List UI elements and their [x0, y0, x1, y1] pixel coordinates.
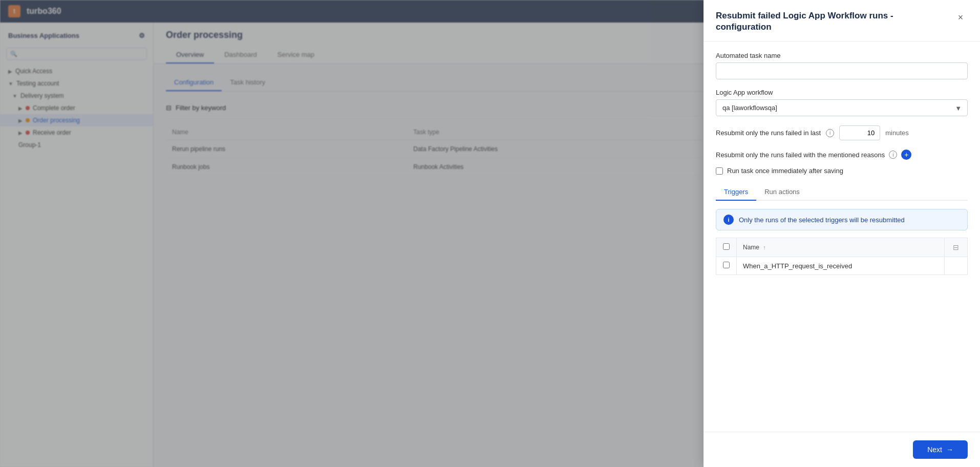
- modal-close-button[interactable]: ×: [953, 10, 968, 25]
- resubmit-failed-input[interactable]: [839, 125, 880, 140]
- logic-app-workflow-select[interactable]: qa [laworkflowsqa]: [716, 99, 968, 116]
- col-select-all: [716, 238, 737, 257]
- run-task-checkbox[interactable]: [716, 167, 723, 175]
- next-button[interactable]: Next →: [913, 440, 968, 459]
- info-banner: i Only the runs of the selected triggers…: [716, 209, 968, 230]
- automated-task-name-input[interactable]: [716, 62, 968, 79]
- resubmit-reasons-label: Resubmit only the runs failed with the m…: [716, 151, 885, 159]
- trigger-name-cell: When_a_HTTP_request_is_received: [737, 257, 945, 275]
- logic-app-workflow-group: Logic App workflow qa [laworkflowsqa] ▼: [716, 89, 968, 116]
- modal-title: Resubmit failed Logic App Workflow runs …: [716, 10, 953, 33]
- resubmit-runs-group: Resubmit only the runs failed in last i …: [716, 125, 968, 140]
- info-circle-icon: i: [723, 215, 734, 225]
- run-task-label[interactable]: Run task once immediately after saving: [727, 167, 843, 175]
- trigger-row-checkbox[interactable]: [723, 262, 730, 268]
- table-row: When_a_HTTP_request_is_received: [716, 257, 968, 275]
- resubmit-failed-label: Resubmit only the runs failed in last: [716, 129, 821, 137]
- modal-header: Resubmit failed Logic App Workflow runs …: [704, 0, 980, 41]
- resubmit-failed-unit: minutes: [885, 129, 909, 137]
- modal-tabs: Triggers Run actions: [716, 184, 968, 201]
- modal-footer: Next →: [704, 432, 980, 467]
- next-arrow-icon: →: [946, 445, 953, 454]
- info-icon: i: [826, 129, 834, 137]
- automated-task-name-group: Automated task name: [716, 52, 968, 79]
- tab-run-actions[interactable]: Run actions: [756, 184, 808, 201]
- reasons-info-icon: i: [889, 151, 897, 159]
- logic-app-select-wrapper: qa [laworkflowsqa] ▼: [716, 99, 968, 116]
- triggers-table: Name ↑ ⊟ When_a_HTTP_request_is_received: [716, 238, 968, 275]
- info-banner-text: Only the runs of the selected triggers w…: [739, 216, 905, 224]
- trigger-checkbox-cell: [716, 257, 737, 275]
- automated-task-name-label: Automated task name: [716, 52, 968, 59]
- modal-body: Automated task name Logic App workflow q…: [704, 41, 980, 432]
- modal-panel: Resubmit failed Logic App Workflow runs …: [704, 0, 980, 467]
- logic-app-workflow-label: Logic App workflow: [716, 89, 968, 96]
- col-trigger-name: Name ↑: [737, 238, 945, 257]
- select-all-checkbox[interactable]: [723, 243, 730, 250]
- sort-asc-icon: ↑: [763, 244, 766, 250]
- add-reason-button[interactable]: +: [901, 150, 911, 160]
- trigger-filter-button[interactable]: ⊟: [951, 242, 961, 252]
- tab-triggers[interactable]: Triggers: [716, 184, 756, 201]
- trigger-empty-cell: [945, 257, 968, 275]
- trigger-name-header-text: Name: [743, 244, 759, 251]
- resubmit-reasons-row: Resubmit only the runs failed with the m…: [716, 150, 968, 160]
- trigger-name-text: When_a_HTTP_request_is_received: [743, 262, 852, 270]
- col-filter: ⊟: [945, 238, 968, 257]
- run-task-checkbox-row: Run task once immediately after saving: [716, 167, 968, 175]
- next-label: Next: [927, 445, 942, 454]
